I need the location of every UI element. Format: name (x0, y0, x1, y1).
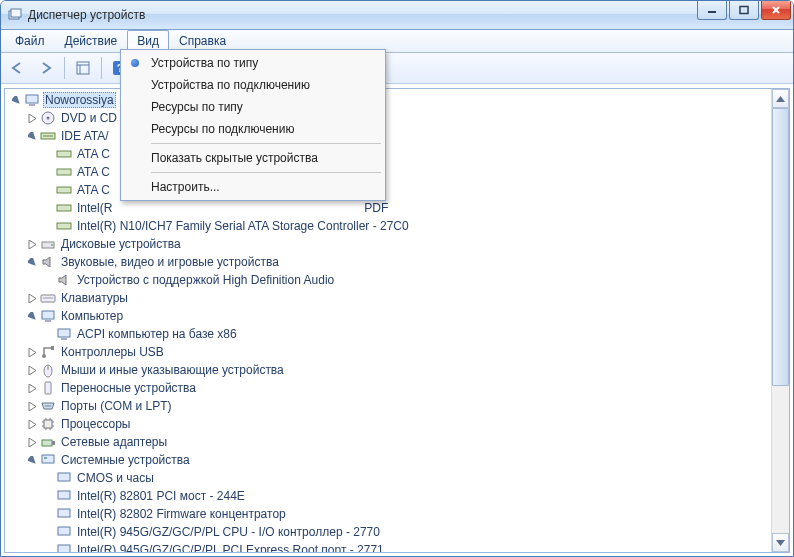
ata-channel-icon (56, 164, 72, 180)
ata-channel-icon (56, 200, 72, 216)
view-show-hidden-devices[interactable]: Показать скрытые устройства (123, 147, 383, 169)
vertical-scrollbar[interactable] (771, 89, 789, 552)
menu-action[interactable]: Действие (55, 30, 128, 52)
tree-node-label[interactable]: Мыши и иные указывающие устройства (59, 363, 286, 377)
menu-item-label: Ресурсы по подключению (151, 122, 294, 136)
tree-node-label[interactable]: Порты (COM и LPT) (59, 399, 174, 413)
minimize-button[interactable] (697, 1, 727, 20)
ata-channel-icon (56, 218, 72, 234)
tree-node-label[interactable]: Устройство с поддержкой High Definition … (75, 273, 336, 287)
system-device-icon (56, 488, 72, 504)
device-manager-window: Диспетчер устройств Файл Действие Вид Сп… (0, 0, 794, 557)
network-adapter-icon (40, 434, 56, 450)
svg-rect-53 (58, 509, 70, 517)
tree-node-label[interactable]: Звуковые, видео и игровые устройства (59, 255, 281, 269)
back-button[interactable] (5, 55, 31, 81)
svg-rect-3 (740, 7, 748, 14)
tree-node-label[interactable]: Переносные устройства (59, 381, 198, 395)
tree-node-label[interactable]: DVD и CD (59, 111, 119, 125)
svg-rect-26 (42, 311, 54, 319)
tree-node-label[interactable]: CMOS и часы (75, 471, 156, 485)
system-device-icon (40, 452, 56, 468)
tree-node-label[interactable]: ACPI компьютер на базе x86 (75, 327, 239, 341)
close-button[interactable] (761, 1, 791, 20)
tree-node-label[interactable]: Intel(R) 945G/GZ/GC/P/PL CPU - I/O контр… (75, 525, 382, 539)
expand-icon[interactable] (25, 111, 39, 125)
svg-rect-11 (26, 95, 38, 103)
svg-rect-6 (77, 62, 89, 74)
svg-rect-34 (45, 382, 51, 394)
menu-file[interactable]: Файл (5, 30, 55, 52)
tree-node-label[interactable]: Intel(R) 945G/GZ/GC/P/PL PCI Express Roo… (75, 543, 386, 552)
svg-point-35 (45, 405, 47, 407)
svg-point-36 (47, 405, 49, 407)
show-hide-tree-button[interactable] (70, 55, 96, 81)
svg-rect-17 (57, 151, 71, 157)
ata-channel-icon (56, 182, 72, 198)
expand-icon[interactable] (25, 381, 39, 395)
tree-node-label[interactable]: ATA C (75, 165, 112, 179)
tree-node-label[interactable]: Intel(R) 82801 PCI мост - 244E (75, 489, 247, 503)
view-resources-by-type[interactable]: Ресурсы по типу (123, 96, 383, 118)
forward-button[interactable] (33, 55, 59, 81)
tree-node-label[interactable]: Клавиатуры (59, 291, 130, 305)
menu-item-label: Устройства по подключению (151, 78, 310, 92)
expand-icon[interactable] (25, 417, 39, 431)
tree-root-label[interactable]: Noworossiya (43, 92, 116, 108)
scrollbar-thumb[interactable] (772, 108, 789, 386)
svg-rect-55 (58, 545, 70, 552)
svg-rect-18 (57, 169, 71, 175)
expand-icon[interactable] (25, 291, 39, 305)
mouse-icon (40, 362, 56, 378)
tree-node-label[interactable]: Компьютер (59, 309, 125, 323)
computer-icon (40, 308, 56, 324)
tree-node-label[interactable]: Процессоры (59, 417, 133, 431)
usb-icon (40, 344, 56, 360)
dvd-drive-icon (40, 110, 56, 126)
expand-icon[interactable] (25, 237, 39, 251)
scroll-down-button[interactable] (772, 533, 789, 552)
collapse-icon[interactable] (25, 309, 39, 323)
tree-node-label[interactable]: ATA C (75, 183, 112, 197)
menu-item-label: Настроить... (151, 180, 220, 194)
menu-item-label: Показать скрытые устройства (151, 151, 318, 165)
svg-rect-47 (42, 440, 52, 446)
expand-icon[interactable] (9, 93, 23, 107)
toolbar-separator (101, 57, 102, 79)
collapse-icon[interactable] (25, 255, 39, 269)
scroll-up-button[interactable] (772, 89, 789, 108)
scrollbar-track[interactable] (772, 108, 789, 533)
tree-node-label[interactable]: IDE ATA/ (59, 129, 111, 143)
view-resources-by-connection[interactable]: Ресурсы по подключению (123, 118, 383, 140)
expand-icon[interactable] (25, 363, 39, 377)
tree-node-label[interactable]: Intel(R (75, 201, 114, 215)
collapse-icon[interactable] (25, 129, 39, 143)
svg-rect-51 (58, 473, 70, 481)
system-device-icon (56, 524, 72, 540)
maximize-button[interactable] (729, 1, 759, 20)
view-devices-by-type[interactable]: Устройства по типу (123, 52, 383, 74)
view-customize[interactable]: Настроить... (123, 176, 383, 198)
tree-node-label[interactable]: Контроллеры USB (59, 345, 166, 359)
expand-icon[interactable] (25, 435, 39, 449)
tree-node-label[interactable]: Системные устройства (59, 453, 192, 467)
expand-icon[interactable] (25, 399, 39, 413)
collapse-icon[interactable] (25, 453, 39, 467)
view-devices-by-connection[interactable]: Устройства по подключению (123, 74, 383, 96)
svg-rect-48 (52, 441, 55, 445)
svg-rect-29 (61, 338, 67, 340)
port-icon (40, 398, 56, 414)
tree-node-label[interactable]: Сетевые адаптеры (59, 435, 169, 449)
svg-rect-1 (11, 9, 21, 17)
tree-node-label[interactable]: Intel(R) N10/ICH7 Family Serial ATA Stor… (75, 219, 411, 233)
svg-point-23 (51, 244, 53, 246)
tree-node-label[interactable]: Intel(R) 82802 Firmware концентратор (75, 507, 288, 521)
expand-icon[interactable] (25, 345, 39, 359)
toolbar-separator (64, 57, 65, 79)
svg-rect-52 (58, 491, 70, 499)
svg-rect-49 (42, 455, 54, 463)
tree-node-label[interactable]: ATA C (75, 147, 112, 161)
menu-separator (151, 172, 381, 173)
computer-icon (56, 326, 72, 342)
tree-node-label[interactable]: Дисковые устройства (59, 237, 183, 251)
